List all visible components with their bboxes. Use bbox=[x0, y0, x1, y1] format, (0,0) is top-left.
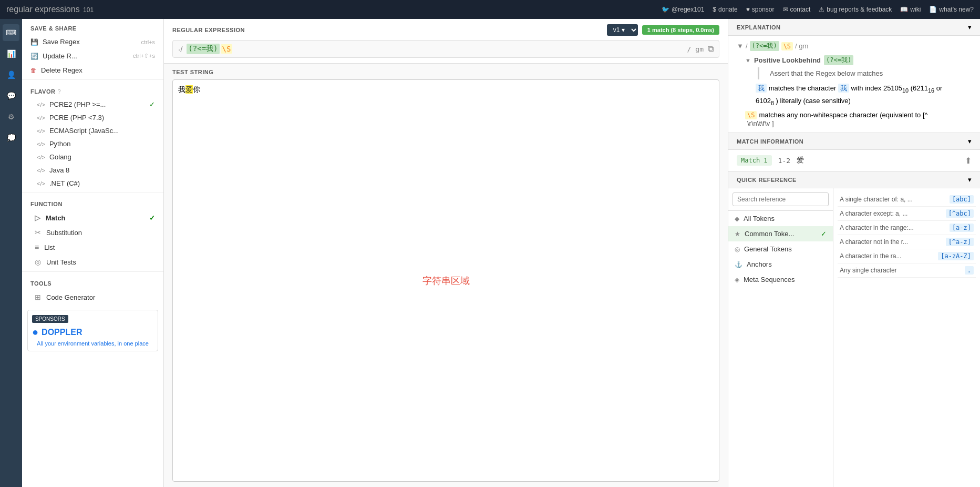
save-regex-item[interactable]: 💾 Save Regex ctrl+s bbox=[22, 35, 163, 49]
sponsor-label: SPONSORS bbox=[32, 315, 68, 323]
nav-twitter[interactable]: 🐦 @regex101 bbox=[662, 6, 704, 13]
icon-chat[interactable]: 💬 bbox=[3, 87, 19, 104]
update-regex-item[interactable]: 🔄 Update R... ctrl+⇧+s bbox=[22, 49, 163, 63]
icon-settings[interactable]: ⚙ bbox=[3, 108, 19, 125]
ref-entry-2: A character in the range:... [a-z] bbox=[838, 221, 976, 235]
function-match-label: Match bbox=[46, 214, 66, 222]
flavor-ecma[interactable]: </> ECMAScript (JavaSc... bbox=[22, 124, 163, 137]
exp-char-wo: 我 bbox=[756, 84, 767, 93]
regex-flags-value: gm bbox=[695, 45, 704, 53]
function-unit-icon: ◎ bbox=[35, 258, 41, 266]
ref-token-5: . bbox=[965, 266, 974, 275]
exp-s-token-2: \S bbox=[745, 111, 757, 119]
ref-desc-4: A character in the ra... bbox=[840, 252, 934, 260]
function-sub-icon: ✂ bbox=[35, 228, 41, 237]
explanation-content: ▼ / (?<=我) \S / gm ▼ Positive Lookbehind… bbox=[728, 36, 980, 133]
test-section: TEST STRING 我爱你 字符串区域 bbox=[164, 64, 728, 487]
match-badge: 1 match (8 steps, 0.0ms) bbox=[642, 25, 719, 35]
ref-desc-2: A character in the range:... bbox=[840, 224, 945, 231]
test-string-area[interactable]: 我爱你 字符串区域 bbox=[172, 79, 719, 482]
version-select[interactable]: v1 ▾ bbox=[607, 24, 638, 36]
flavor-golang[interactable]: </> Golang bbox=[22, 150, 163, 164]
delete-icon: 🗑 bbox=[30, 67, 37, 74]
icon-code[interactable]: ⌨ bbox=[3, 24, 19, 41]
function-match[interactable]: ▷ Match ✓ bbox=[22, 210, 163, 225]
nav-sponsor[interactable]: ♥ sponsor bbox=[746, 6, 775, 13]
update-label: Update R... bbox=[43, 52, 77, 60]
flavor-java-tag: </> bbox=[37, 167, 45, 174]
regex-slash-close: / bbox=[687, 45, 692, 53]
brand-sub: expressions bbox=[33, 5, 80, 14]
tools-codegen-icon: ⊞ bbox=[35, 293, 41, 301]
icon-bar: ⌨ 📊 👤 💬 ⚙ 💭 bbox=[0, 19, 22, 487]
nav-donate[interactable]: $ donate bbox=[713, 6, 737, 13]
icon-chart[interactable]: 📊 bbox=[3, 45, 19, 62]
icon-user[interactable]: 👤 bbox=[3, 66, 19, 83]
brand-logo: regular expressions 101 bbox=[6, 5, 94, 14]
tools-codegen-label: Code Generator bbox=[46, 293, 95, 301]
function-match-check: ✓ bbox=[149, 214, 155, 222]
function-title: FUNCTION bbox=[22, 195, 163, 210]
update-icon: 🔄 bbox=[30, 53, 38, 60]
qr-common[interactable]: ★ Common Toke... ✓ bbox=[728, 226, 833, 241]
exp-s-row: \S matches any non-whitespace character … bbox=[745, 111, 972, 119]
function-unit-label: Unit Tests bbox=[46, 258, 76, 266]
function-list[interactable]: ≡ List bbox=[22, 240, 163, 255]
flavor-dotnet[interactable]: </> .NET (C#) bbox=[22, 177, 163, 190]
regex-flags: / gm bbox=[687, 45, 704, 53]
search-reference-input[interactable] bbox=[733, 192, 829, 206]
function-list-label: List bbox=[44, 244, 55, 251]
nav-contact[interactable]: ✉ contact bbox=[783, 6, 811, 13]
qr-common-icon: ★ bbox=[735, 230, 740, 238]
test-section-title: TEST STRING bbox=[172, 69, 719, 75]
ref-token-3: [^a-z] bbox=[946, 238, 974, 246]
qr-general[interactable]: ◎ General Tokens bbox=[728, 241, 833, 257]
flavor-pcre[interactable]: </> PCRE (PHP <7.3) bbox=[22, 111, 163, 124]
copy-regex-button[interactable]: ⧉ bbox=[708, 44, 714, 54]
quick-ref-right: A single character of: a, ... [abc] A ch… bbox=[833, 188, 980, 487]
test-char-ai-matched: 爱 bbox=[185, 85, 193, 94]
regex-header: REGULAR EXPRESSION v1 ▾ 1 match (8 steps… bbox=[172, 24, 719, 36]
flavor-java[interactable]: </> Java 8 bbox=[22, 164, 163, 177]
flavor-python[interactable]: </> Python bbox=[22, 137, 163, 150]
brand-version: 101 bbox=[83, 6, 94, 14]
qr-all-tokens[interactable]: ◆ All Tokens bbox=[728, 211, 833, 226]
nav-bugs[interactable]: ⚠ bug reports & feedback bbox=[819, 6, 892, 13]
exp-toggle-root[interactable]: ▼ bbox=[737, 42, 744, 50]
flavor-pcre2[interactable]: </> PCRE2 (PHP >=... ✓ bbox=[22, 98, 163, 111]
quick-ref-header[interactable]: QUICK REFERENCE ▾ bbox=[728, 171, 980, 188]
function-substitution[interactable]: ✂ Substitution bbox=[22, 225, 163, 240]
qr-anchors[interactable]: ⚓ Anchors bbox=[728, 257, 833, 272]
nav-whatsnew[interactable]: 📄 what's new? bbox=[929, 6, 974, 13]
qr-meta[interactable]: ◈ Meta Sequences bbox=[728, 272, 833, 287]
delete-regex-item[interactable]: 🗑 Delete Regex bbox=[22, 63, 163, 77]
exp-char-wo2: 我 bbox=[838, 84, 849, 93]
nav-wiki[interactable]: 📖 wiki bbox=[900, 6, 921, 13]
ref-desc-5: Any single character bbox=[840, 267, 961, 274]
icon-feedback[interactable]: 💭 bbox=[3, 129, 19, 146]
match-range: 1-2 bbox=[778, 157, 790, 165]
explanation-header[interactable]: EXPLANATION ▾ bbox=[728, 19, 980, 36]
explanation-expr-row: ▼ / (?<=我) \S / gm bbox=[737, 41, 972, 51]
flavor-pcre-tag: </> bbox=[37, 115, 45, 121]
match-info-header[interactable]: MATCH INFORMATION ▾ bbox=[728, 133, 980, 150]
center-area: REGULAR EXPRESSION v1 ▾ 1 match (8 steps… bbox=[164, 19, 728, 487]
function-unittests[interactable]: ◎ Unit Tests bbox=[22, 255, 163, 269]
sponsor-box[interactable]: SPONSORS ● DOPPLER All your environment … bbox=[27, 310, 158, 351]
tools-codegen[interactable]: ⊞ Code Generator bbox=[22, 290, 163, 305]
exp-lookbehind-token: (?<=我) bbox=[750, 41, 779, 51]
ref-desc-0: A single character of: a, ... bbox=[840, 196, 945, 203]
ref-token-2: [a-z] bbox=[950, 224, 974, 232]
exp-lookbehind-toggle[interactable]: ▼ bbox=[745, 57, 751, 64]
flavor-golang-tag: </> bbox=[37, 154, 45, 160]
match-share-button[interactable]: ⬆ bbox=[965, 156, 972, 166]
flavor-help-icon[interactable]: ? bbox=[57, 88, 60, 95]
save-label: Save Regex bbox=[43, 38, 80, 46]
ref-entry-4: A character in the ra... [a-zA-Z] bbox=[838, 249, 976, 263]
exp-slash: / bbox=[746, 42, 748, 50]
test-string-text: 我爱你 bbox=[178, 85, 714, 95]
flavor-python-label: Python bbox=[49, 140, 70, 148]
match-info-collapse-icon: ▾ bbox=[968, 137, 972, 145]
exp-lookbehind-label: Positive Lookbehind bbox=[754, 56, 821, 64]
ref-desc-1: A character except: a, ... bbox=[840, 210, 942, 217]
